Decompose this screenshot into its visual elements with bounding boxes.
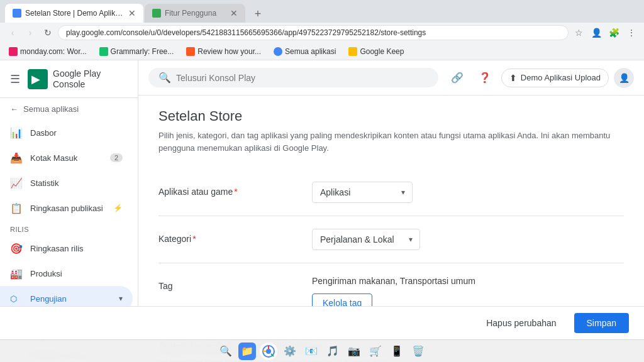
bookmark-monday-label: monday.com: Wor... — [20, 47, 87, 56]
bookmark-review[interactable]: Review how your... — [182, 46, 265, 57]
browser-chrome: Setelan Store | Demo Aplikasi... ✕ Fitur… — [0, 0, 644, 43]
kotak-masuk-label: Kotak Masuk — [30, 153, 77, 163]
link-icon[interactable]: 🔗 — [446, 67, 469, 89]
pengujian-expand-icon: ▾ — [119, 294, 123, 303]
sidebar-item-dasbor[interactable]: 📊 Dasbor — [0, 120, 133, 145]
kategori-required: * — [192, 234, 196, 244]
bookmark-review-label: Review how your... — [197, 47, 261, 56]
monday-favicon — [9, 47, 18, 56]
refresh-button[interactable]: ↻ — [40, 25, 55, 40]
pengujian-icon: ⬡ — [10, 292, 23, 305]
aplikasi-required: * — [234, 187, 237, 197]
bookmark-semua[interactable]: Semua aplikasi — [270, 46, 340, 57]
inactive-tab[interactable]: Fitur Pengguna ✕ — [145, 4, 245, 23]
dock-mail[interactable]: 📧 — [303, 343, 320, 360]
dasbor-label: Dasbor — [30, 128, 57, 138]
ringkasan-rilis-label: Ringkasan rilis — [30, 244, 84, 253]
aplikasi-label: Aplikasi atau game* — [158, 182, 297, 197]
dock-trash[interactable]: 🗑️ — [409, 343, 427, 360]
hamburger-button[interactable]: ☰ — [10, 72, 20, 86]
statistik-label: Statistik — [30, 178, 59, 188]
kotak-masuk-badge: 2 — [110, 153, 123, 162]
search-input[interactable] — [176, 73, 428, 83]
svg-text:▶: ▶ — [31, 73, 40, 85]
bookmark-keep[interactable]: Google Keep — [345, 46, 408, 57]
forward-button[interactable]: › — [23, 25, 38, 40]
more-icon[interactable]: ⋮ — [624, 25, 639, 40]
inactive-tab-close[interactable]: ✕ — [230, 8, 238, 18]
help-icon[interactable]: ❓ — [474, 67, 496, 89]
top-actions: 🔗 ❓ ⬆ Demo Aplikasi Upload 👤 — [446, 67, 634, 89]
sidebar-item-ringkasan-rilis[interactable]: 🎯 Ringkasan rilis — [0, 236, 133, 261]
hapus-perubahan-button[interactable]: Hapus perubahan — [476, 313, 566, 333]
new-tab-button[interactable]: + — [249, 5, 267, 23]
kategori-label: Kategori* — [158, 229, 297, 244]
aplikasi-select[interactable]: Aplikasi Game — [312, 182, 413, 203]
browser-tabs: Setelan Store | Demo Aplikasi... ✕ Fitur… — [0, 0, 644, 23]
dock-store[interactable]: 🛒 — [367, 343, 384, 360]
bookmark-keep-label: Google Keep — [360, 47, 404, 56]
back-button[interactable]: ‹ — [5, 25, 20, 40]
ringkasan-expand-icon: ⚡ — [113, 204, 123, 212]
profile-icon[interactable]: 👤 — [589, 25, 604, 40]
review-favicon — [186, 47, 195, 56]
bookmark-grammarly[interactable]: Grammarly: Free... — [96, 46, 178, 57]
sidebar-back-button[interactable]: ← Semua aplikasi — [0, 98, 138, 120]
produksi-icon: 🏭 — [10, 267, 23, 280]
sidebar-header: ☰ ▶ Google Play Console — [0, 60, 138, 98]
dock-phone[interactable]: 📱 — [388, 343, 406, 360]
keep-favicon — [348, 47, 357, 56]
upload-button[interactable]: ⬆ Demo Aplikasi Upload — [501, 69, 609, 87]
top-bar: 🔍 🔗 ❓ ⬆ Demo Aplikasi Upload 👤 — [138, 60, 644, 96]
gpc-logo: ▶ — [28, 69, 48, 89]
bookmark-monday[interactable]: monday.com: Wor... — [5, 46, 91, 57]
toolbar-actions: ☆ 👤 🧩 ⋮ — [571, 25, 639, 40]
sidebar-title: Google Play Console — [53, 69, 128, 90]
semua-favicon — [274, 47, 282, 56]
simpan-button[interactable]: Simpan — [574, 313, 629, 333]
active-tab[interactable]: Setelan Store | Demo Aplikasi... ✕ — [5, 4, 143, 23]
rilis-section-label: Rilis — [0, 221, 138, 236]
grammarly-favicon — [99, 47, 108, 56]
tag-value: Pengiriman makanan, Transportasi umum — [312, 276, 624, 286]
search-icon: 🔍 — [158, 72, 171, 84]
form-row-kategori: Kategori* Perjalanan & Lokal Belanja Bis… — [158, 216, 624, 263]
inactive-tab-title: Fitur Pengguna — [165, 9, 226, 18]
dock-files[interactable]: 📁 — [238, 343, 256, 360]
form-row-aplikasi: Aplikasi atau game* Aplikasi Game ▾ — [158, 169, 624, 216]
dock-finder[interactable]: 🔍 — [217, 343, 235, 360]
dock-music[interactable]: 🎵 — [324, 343, 341, 360]
ringkasan-icon: 📋 — [10, 202, 23, 214]
intro-text: Pilih jenis, kategori, dan tag aplikasi … — [158, 129, 624, 154]
produksi-label: Produksi — [30, 269, 62, 278]
statistik-icon: 📈 — [10, 177, 23, 189]
kategori-select[interactable]: Perjalanan & Lokal Belanja Bisnis Komuni… — [312, 229, 420, 250]
url-text: play.google.com/console/u/0/developers/5… — [66, 28, 560, 37]
upload-label: Demo Aplikasi Upload — [521, 73, 601, 82]
bookmark-grammarly-label: Grammarly: Free... — [111, 47, 174, 56]
extension-icon[interactable]: 🧩 — [606, 25, 621, 40]
dasbor-icon: 📊 — [10, 126, 23, 139]
inactive-tab-favicon — [152, 9, 161, 18]
ringkasan-label: Ringkasan publikasi — [30, 204, 103, 213]
sidebar-item-ringkasan[interactable]: 📋 Ringkasan publikasi ⚡ — [0, 195, 133, 221]
url-bar[interactable]: play.google.com/console/u/0/developers/5… — [58, 25, 569, 40]
sidebar-item-produksi[interactable]: 🏭 Produksi — [0, 261, 133, 286]
active-tab-close[interactable]: ✕ — [128, 8, 136, 18]
pengujian-label: Pengujian — [30, 294, 67, 304]
bookmark-semua-label: Semua aplikasi — [285, 47, 336, 56]
svg-point-3 — [266, 349, 271, 354]
tag-label: Tag — [158, 276, 297, 291]
dock-chrome[interactable] — [260, 343, 277, 360]
user-avatar[interactable]: 👤 — [614, 68, 634, 88]
mac-dock: 🔍 📁 ⚙️ 📧 🎵 📷 🛒 📱 🗑️ — [0, 339, 644, 362]
aplikasi-control: Aplikasi Game ▾ — [312, 182, 624, 203]
sidebar-item-statistik[interactable]: 📈 Statistik — [0, 170, 133, 195]
browser-toolbar: ‹ › ↻ play.google.com/console/u/0/develo… — [0, 23, 644, 43]
active-tab-title: Setelan Store | Demo Aplikasi... — [25, 9, 125, 18]
search-box[interactable]: 🔍 — [148, 68, 438, 87]
dock-settings[interactable]: ⚙️ — [281, 343, 299, 360]
dock-photos[interactable]: 📷 — [345, 343, 363, 360]
sidebar-item-kotak-masuk[interactable]: 📥 Kotak Masuk 2 — [0, 145, 133, 170]
bookmark-icon[interactable]: ☆ — [571, 25, 586, 40]
